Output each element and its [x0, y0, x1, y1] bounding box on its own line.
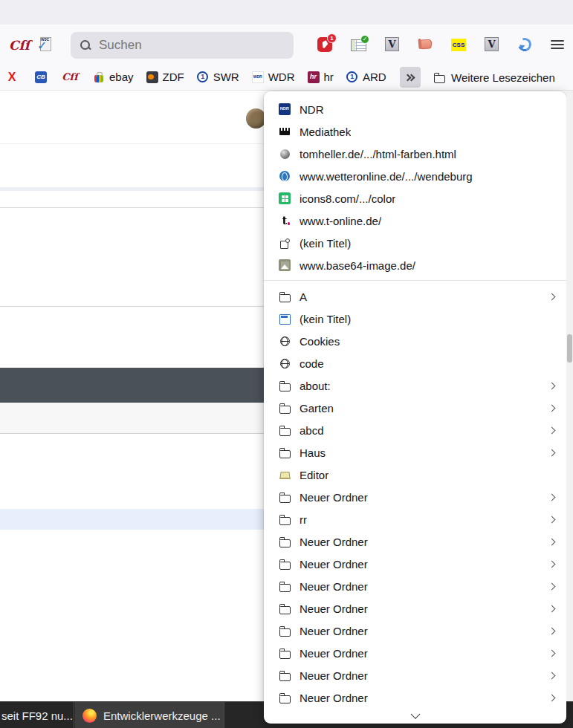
- css-cursive-extension-icon[interactable]: Cſſ: [9, 37, 24, 52]
- bookmark-favicon: [279, 126, 291, 137]
- bookmark-favicon: [146, 71, 158, 83]
- bookmark-favicon: 1: [346, 71, 358, 83]
- menu-item-label: (kein Titel): [300, 313, 351, 325]
- submenu-chevron-icon: [548, 672, 556, 679]
- menu-item-label: Editor: [300, 469, 328, 481]
- validator-v-icon[interactable]: V: [485, 37, 499, 51]
- menu-item[interactable]: code: [264, 352, 566, 374]
- menu-item-label: tomheller.de/.../html-farben.html: [300, 148, 456, 160]
- bookmark-item[interactable]: 1 SWR: [197, 71, 239, 83]
- bookmark-item[interactable]: WDR WDR: [252, 71, 295, 83]
- css-yellow-icon[interactable]: CSS: [451, 39, 466, 51]
- bookmark-favicon: WDR: [252, 71, 264, 83]
- menu-item[interactable]: (kein Titel): [264, 232, 566, 254]
- bookmark-label: WDR: [268, 71, 295, 83]
- menu-item-label: Neuer Ordner: [300, 669, 368, 682]
- submenu-chevron-icon: [548, 404, 556, 412]
- menu-item[interactable]: Neuer Ordner: [264, 553, 566, 575]
- menu-item[interactable]: tomheller.de/.../html-farben.html: [264, 143, 566, 165]
- menu-item[interactable]: Neuer Ordner: [264, 486, 566, 508]
- more-bookmarks-label: Weitere Lesezeichen: [451, 71, 555, 84]
- menu-item[interactable]: Neuer Ordner: [264, 530, 566, 553]
- menu-item-label: icons8.com/.../color: [300, 192, 395, 205]
- menu-item[interactable]: rr: [264, 508, 566, 530]
- script-scroll-icon[interactable]: [418, 37, 433, 52]
- menu-item[interactable]: Neuer Ordner: [264, 686, 566, 709]
- menu-item[interactable]: A: [264, 285, 566, 308]
- bookmark-item[interactable]: Cſſ: [64, 71, 80, 83]
- taskbar-window-1[interactable]: seit FF92 nu...: [0, 702, 74, 728]
- more-bookmarks-folder[interactable]: Weitere Lesezeichen: [433, 64, 555, 91]
- menu-item[interactable]: about:: [264, 374, 566, 397]
- folder-icon: [279, 357, 291, 369]
- menu-item-label: www.wetteronline.de/.../wendeburg: [300, 170, 473, 183]
- menu-item-label: www.t-online.de/: [300, 215, 381, 227]
- menu-item[interactable]: Neuer Ordner: [264, 597, 566, 620]
- menu-item[interactable]: (kein Titel): [264, 308, 566, 330]
- menu-item[interactable]: www.base64-image.de/: [264, 254, 566, 276]
- menu-item-label: NDR: [300, 103, 324, 116]
- downloads-pin-badge-icon[interactable]: 1: [317, 37, 332, 52]
- menu-item[interactable]: Haus: [264, 441, 566, 464]
- menu-item-label: Neuer Ordner: [300, 625, 368, 637]
- folder-icon: [279, 446, 291, 458]
- bookmark-item[interactable]: ebay: [93, 71, 134, 83]
- menu-item[interactable]: icons8.com/.../color: [264, 187, 566, 209]
- menu-item-label: Neuer Ordner: [300, 491, 368, 504]
- menu-item[interactable]: Cookies: [264, 330, 566, 352]
- menu-icon[interactable]: [551, 37, 564, 52]
- bookmark-item[interactable]: ZDF: [146, 71, 184, 83]
- folder-icon: [279, 692, 291, 703]
- bookmarks-bar-items: X CB Cſſ ebay ZDF 1 SWR: [0, 71, 386, 83]
- notification-badge: 1: [327, 33, 337, 43]
- page-scrollbar[interactable]: [566, 91, 573, 701]
- menu-item-label: Neuer Ordner: [300, 647, 368, 660]
- bookmark-item[interactable]: hr hr: [308, 71, 334, 83]
- folder-icon: [279, 402, 291, 414]
- menu-item-label: Neuer Ordner: [300, 580, 368, 593]
- bookmark-item[interactable]: X: [6, 71, 22, 83]
- submenu-chevron-icon: [548, 649, 556, 657]
- menu-item[interactable]: Neuer Ordner: [264, 664, 566, 686]
- menu-item[interactable]: t www.t-online.de/: [264, 209, 566, 232]
- folder-icon: [279, 558, 291, 570]
- menu-item-label: rr: [300, 513, 307, 526]
- search-bar[interactable]: [71, 32, 294, 59]
- menu-item[interactable]: Garten: [264, 397, 566, 419]
- bookmark-item[interactable]: 1 ARD: [346, 71, 386, 83]
- menu-item-label: about:: [300, 380, 331, 392]
- scrollbar-thumb[interactable]: [567, 334, 572, 363]
- menu-item[interactable]: www.wetteronline.de/.../wendeburg: [264, 165, 566, 187]
- search-input[interactable]: [99, 38, 262, 53]
- overflow-menu-folders: A (kein Titel) Cookies code about:: [264, 285, 566, 709]
- menu-item[interactable]: Neuer Ordner: [264, 642, 566, 664]
- folder-icon: [279, 469, 291, 481]
- sync-icon[interactable]: [517, 37, 532, 52]
- w3c-validator-icon[interactable]: W3C ✓: [37, 37, 52, 52]
- bookmark-favicon: [279, 192, 291, 204]
- menu-item[interactable]: Neuer Ordner: [264, 575, 566, 597]
- menu-item[interactable]: Neuer Ordner: [264, 620, 566, 642]
- menu-item[interactable]: Mediathek: [264, 120, 566, 143]
- submenu-chevron-icon: [548, 449, 556, 456]
- main-toolbar: Cſſ W3C ✓ 1 ✓ V CSS V: [0, 25, 573, 64]
- titlebar: [0, 0, 573, 25]
- folder-icon: [279, 580, 291, 592]
- folder-icon: [279, 335, 291, 347]
- folder-icon: [279, 625, 291, 637]
- bookmark-label: ARD: [363, 71, 386, 83]
- validator-v-icon[interactable]: V: [385, 37, 399, 51]
- menu-scroll-down-icon[interactable]: [410, 709, 420, 719]
- bookmarks-overflow-button[interactable]: [400, 67, 421, 88]
- bookmark-favicon: hr: [308, 71, 320, 83]
- submenu-chevron-icon: [548, 582, 556, 590]
- menu-item[interactable]: NDR NDR: [264, 98, 566, 120]
- taskbar-window-firefox[interactable]: Entwicklerwerkzeuge ...: [75, 702, 224, 728]
- submenu-chevron-icon: [548, 538, 556, 545]
- cat-avatar: [246, 108, 266, 129]
- table-check-icon[interactable]: ✓: [351, 39, 366, 51]
- menu-item[interactable]: abcd: [264, 419, 566, 441]
- menu-item[interactable]: Editor: [264, 464, 566, 486]
- bookmark-item[interactable]: CB: [35, 71, 51, 83]
- folder-icon: [279, 313, 291, 325]
